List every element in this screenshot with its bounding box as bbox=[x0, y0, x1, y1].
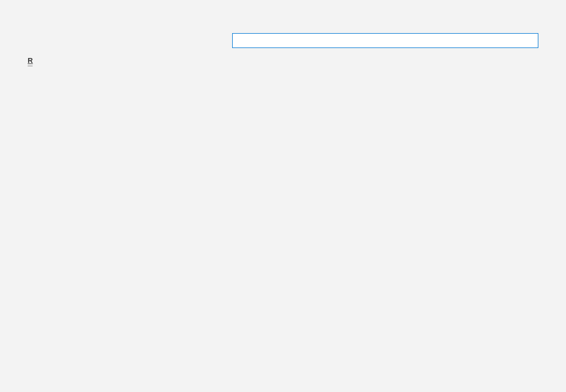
close-button[interactable] bbox=[541, 4, 566, 22]
search-box bbox=[232, 33, 538, 48]
results-area bbox=[232, 65, 544, 381]
title-bar bbox=[490, 0, 566, 27]
search-area bbox=[232, 33, 544, 48]
main-container: R bbox=[0, 0, 566, 392]
maximize-button[interactable] bbox=[515, 4, 541, 22]
left-panel: R bbox=[0, 22, 221, 392]
right-panel bbox=[221, 22, 566, 392]
search-input[interactable] bbox=[237, 36, 524, 45]
minimize-button[interactable] bbox=[490, 4, 515, 22]
recent-heading: R bbox=[28, 56, 33, 66]
